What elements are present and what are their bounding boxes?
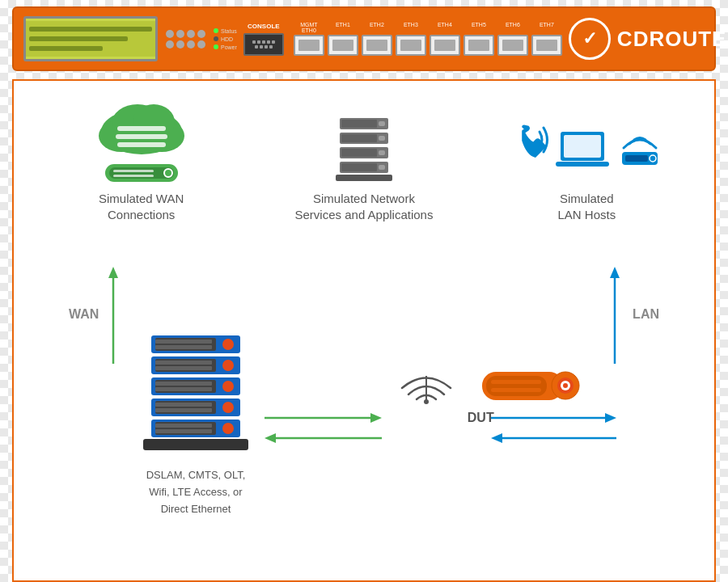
dut-to-lan-arrow <box>491 408 616 428</box>
lan-to-dut-arrow <box>491 428 616 448</box>
svg-rect-54 <box>155 408 212 412</box>
svg-rect-10 <box>113 170 154 172</box>
svg-rect-44 <box>155 366 212 370</box>
wifi-router-icon <box>616 120 664 184</box>
router-screen <box>23 16 158 61</box>
lan-section: SimulatedLAN Hosts <box>489 120 684 222</box>
dslam-container: DSLAM, CMTS, OLT,Wifi, LTE Access, orDir… <box>139 331 252 517</box>
lan-label: LAN <box>633 307 659 322</box>
svg-rect-30 <box>625 155 648 162</box>
svg-marker-75 <box>265 433 276 443</box>
console-area: CONSOLE <box>243 23 284 56</box>
svg-point-12 <box>164 169 172 177</box>
svg-point-40 <box>222 339 234 350</box>
top-icons-row: Simulated WANConnections <box>14 81 714 222</box>
dut-to-dslam-arrow <box>265 428 382 448</box>
diagram-area: Simulated WANConnections <box>12 79 716 582</box>
lan-vertical-arrow <box>603 267 627 372</box>
svg-rect-17 <box>341 134 377 142</box>
router-buttons <box>166 30 205 48</box>
svg-point-50 <box>222 381 234 392</box>
svg-rect-61 <box>143 439 248 450</box>
wan-section-label: Simulated WANConnections <box>99 191 184 222</box>
svg-marker-79 <box>491 433 502 443</box>
server-section: Simulated NetworkServices and Applicatio… <box>267 112 461 222</box>
eth-port-5 <box>463 35 494 56</box>
cloud-icon <box>93 95 190 160</box>
eth-ports-section: MGMT ETH0 ETH1 ETH2 ETH3 ETH4 ETH5 ETH6 … <box>294 22 562 56</box>
phone-icon <box>509 120 549 184</box>
wan-router-icon <box>93 156 190 184</box>
dut-wifi-waves <box>378 356 475 404</box>
bottom-diagram: WAN LAN <box>14 267 714 580</box>
svg-rect-5 <box>117 126 166 131</box>
svg-rect-43 <box>155 361 212 365</box>
svg-marker-73 <box>370 413 382 423</box>
svg-rect-15 <box>379 121 385 126</box>
svg-rect-38 <box>155 340 212 344</box>
dslam-to-dut-arrow <box>265 408 382 428</box>
svg-rect-18 <box>379 136 385 141</box>
console-label: CONSOLE <box>248 23 280 30</box>
svg-rect-28 <box>556 162 609 167</box>
svg-rect-24 <box>379 165 385 170</box>
svg-rect-53 <box>155 403 212 407</box>
check-icon: ✓ <box>582 28 597 49</box>
svg-rect-66 <box>491 380 541 384</box>
svg-rect-21 <box>379 150 385 155</box>
svg-rect-6 <box>116 134 167 139</box>
eth-port-2 <box>362 35 392 56</box>
svg-rect-7 <box>117 142 166 147</box>
svg-point-63 <box>424 399 429 404</box>
svg-point-45 <box>222 360 234 371</box>
eth-port-4 <box>430 35 460 56</box>
router-leds: Status HDD Power <box>214 28 237 50</box>
svg-marker-77 <box>605 413 616 423</box>
server-section-label: Simulated NetworkServices and Applicatio… <box>295 191 434 222</box>
svg-rect-23 <box>341 163 377 171</box>
svg-rect-65 <box>486 376 547 396</box>
svg-rect-27 <box>564 135 601 158</box>
router-bar: Status HDD Power CONSOLE MGMT ETH0 <box>12 6 716 71</box>
cdrouter-logo: ✓ CDROUTER <box>569 18 728 60</box>
svg-marker-35 <box>610 267 620 278</box>
svg-rect-39 <box>155 345 212 349</box>
eth-labels-row: MGMT ETH0 ETH1 ETH2 ETH3 ETH4 ETH5 ETH6 … <box>294 22 562 33</box>
cdrouter-circle: ✓ <box>569 18 611 60</box>
svg-rect-67 <box>491 388 541 392</box>
dut-body-icon <box>478 368 583 404</box>
svg-rect-59 <box>155 429 212 433</box>
eth-port-7 <box>531 35 562 56</box>
svg-rect-49 <box>155 387 212 391</box>
server-icon <box>328 112 400 184</box>
eth-port-1 <box>328 35 358 56</box>
svg-point-60 <box>222 423 234 434</box>
svg-rect-11 <box>113 175 154 177</box>
svg-rect-25 <box>336 175 392 181</box>
eth-port-6 <box>497 35 528 56</box>
wan-vertical-arrow <box>101 267 125 372</box>
wan-section: Simulated WANConnections <box>44 95 239 222</box>
svg-marker-33 <box>108 267 118 278</box>
svg-point-31 <box>650 155 656 162</box>
eth-port-3 <box>396 35 426 56</box>
main-container: Status HDD Power CONSOLE MGMT ETH0 <box>0 0 728 582</box>
lan-icons-row <box>509 120 664 184</box>
eth-ports-row <box>294 35 562 56</box>
eth-port-mgmt <box>294 35 324 56</box>
svg-rect-20 <box>341 149 377 157</box>
laptop-icon <box>554 120 611 184</box>
svg-point-55 <box>222 402 234 413</box>
svg-point-71 <box>563 383 568 388</box>
lan-section-label: SimulatedLAN Hosts <box>557 191 616 222</box>
wan-label: WAN <box>69 307 99 322</box>
dslam-label: DSLAM, CMTS, OLT,Wifi, LTE Access, orDir… <box>139 467 252 517</box>
cdrouter-brand: CDROUTER <box>617 27 728 52</box>
dslam-icon <box>139 331 252 461</box>
svg-rect-14 <box>341 120 377 128</box>
svg-rect-58 <box>155 424 212 428</box>
console-port <box>243 33 284 56</box>
svg-rect-48 <box>155 382 212 386</box>
